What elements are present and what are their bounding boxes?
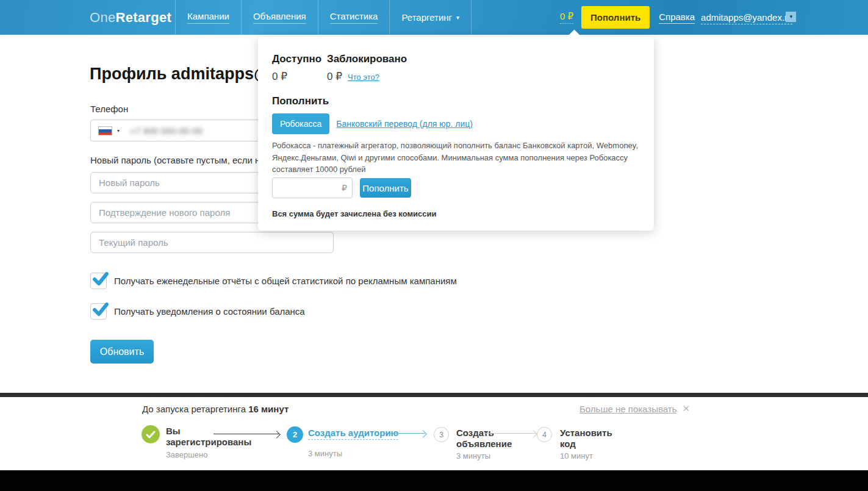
weekly-reports-label: Получать еженедельные отчёты с общей ста… [114, 276, 457, 286]
tab-ads[interactable]: Объявления [241, 0, 318, 35]
nav-tabs: Кампании Объявления Статистика Ретаргети… [175, 0, 472, 35]
tab-retargeting[interactable]: Ретаргетинг ▾ [389, 0, 472, 35]
nav-right-group: 0 ₽ Пополнить Справка admitapps@yandex.r… [560, 0, 792, 35]
step-1-subtitle: Завершено [166, 450, 207, 459]
checkbox-checked [90, 303, 107, 320]
balance-notifications-label: Получать уведомления о состоянии баланса [114, 306, 305, 317]
russia-flag-icon[interactable] [98, 126, 112, 135]
dont-show-again-link[interactable]: Больше не показывать [579, 404, 676, 414]
what-is-it-link[interactable]: Что это? [348, 73, 379, 82]
amount-row: ₽ Пополнить [272, 177, 411, 198]
step-4-title: Установить код [560, 428, 618, 450]
bank-transfer-link[interactable]: Банковский перевод (для юр. лиц) [336, 119, 473, 129]
robokassa-tab[interactable]: Робокасса [272, 113, 329, 134]
popup-topup-button[interactable]: Пополнить [360, 178, 411, 198]
close-icon[interactable]: ✕ [682, 403, 690, 414]
update-button[interactable]: Обновить [90, 340, 154, 364]
phone-label: Телефон [90, 104, 128, 114]
current-password-input[interactable] [90, 232, 334, 253]
balance-amount[interactable]: 0 ₽ [560, 11, 573, 24]
step-2-subtitle: 3 минуты [308, 449, 342, 458]
payment-method-tabs: Робокасса Банковский перевод (для юр. ли… [272, 113, 473, 134]
amount-input[interactable] [272, 177, 353, 198]
step-3-title: Создать объявление [456, 428, 514, 450]
blocked-label: Заблокировано [327, 53, 407, 65]
flag-dropdown-caret-icon[interactable]: ▾ [117, 128, 120, 134]
oneretarget-logo[interactable]: OneRetarget [90, 0, 171, 35]
weekly-reports-checkbox-row[interactable]: Получать еженедельные отчёты с общей ста… [90, 273, 457, 289]
step-4-subtitle: 10 минут [560, 451, 593, 461]
blocked-value: 0 ₽ [327, 70, 342, 83]
footer-bar [0, 470, 868, 491]
logo-retarget: Retarget [115, 10, 171, 26]
available-label: Доступно [272, 53, 321, 65]
arrow-step1-to-step2 [213, 434, 279, 434]
tab-campaigns[interactable]: Кампании [175, 0, 241, 35]
countdown-text: До запуска ретаргетинга 16 минут [142, 404, 289, 414]
checkbox-checked [90, 273, 107, 289]
help-link[interactable]: Справка [659, 12, 695, 24]
chevron-down-icon: ▾ [456, 14, 459, 21]
arrow-step3-to-step4 [484, 433, 536, 434]
top-nav: OneRetarget Кампании Объявления Статисти… [0, 0, 868, 35]
phone-value-blurred: +7 900 000-00-00 [130, 126, 203, 136]
topup-button[interactable]: Пополнить [581, 6, 650, 29]
check-icon [146, 431, 156, 439]
balance-popup: Доступно 0 ₽ Заблокировано 0 ₽ Что это? … [258, 37, 654, 231]
dismiss-row: Больше не показывать ✕ [579, 403, 690, 414]
create-audience-link[interactable]: Создать аудиторию [308, 428, 398, 440]
tab-statistics[interactable]: Статистика [318, 0, 390, 35]
available-value: 0 ₽ [272, 70, 321, 83]
available-column: Доступно 0 ₽ [272, 53, 321, 83]
checkmark-icon [92, 303, 109, 318]
user-email: admitapps@yandex.ru [701, 12, 792, 24]
user-dropdown-caret-icon[interactable]: ▾ [786, 12, 796, 22]
step-3-subtitle: 3 минуты [456, 451, 490, 461]
step-3-circle: 3 [434, 427, 449, 442]
blocked-column: Заблокировано 0 ₽ Что это? [327, 53, 407, 83]
arrow-step2-to-step3 [384, 433, 425, 434]
no-commission-note: Вся сумма будет зачислена без комиссии [272, 209, 437, 218]
onboarding-panel: До запуска ретаргетинга 16 минут Больше … [0, 397, 868, 471]
user-menu[interactable]: admitapps@yandex.ru ▾ [701, 12, 792, 23]
step-4-circle: 4 [537, 427, 552, 442]
robokassa-description: Робокасса - платежный агрегатор, позволя… [272, 140, 638, 176]
checkmark-icon [92, 272, 109, 287]
logo-one: One [90, 10, 115, 26]
step-2-circle-active: 2 [287, 426, 303, 443]
step-1-circle-done [142, 425, 160, 443]
onboarding-top-border [0, 393, 868, 397]
step-1-title: Вы зарегистрированы [166, 426, 245, 448]
countdown-value: 16 минут [248, 404, 289, 414]
popup-topup-heading: Пополнить [272, 95, 329, 107]
balance-notifications-checkbox-row[interactable]: Получать уведомления о состоянии баланса [90, 303, 305, 320]
